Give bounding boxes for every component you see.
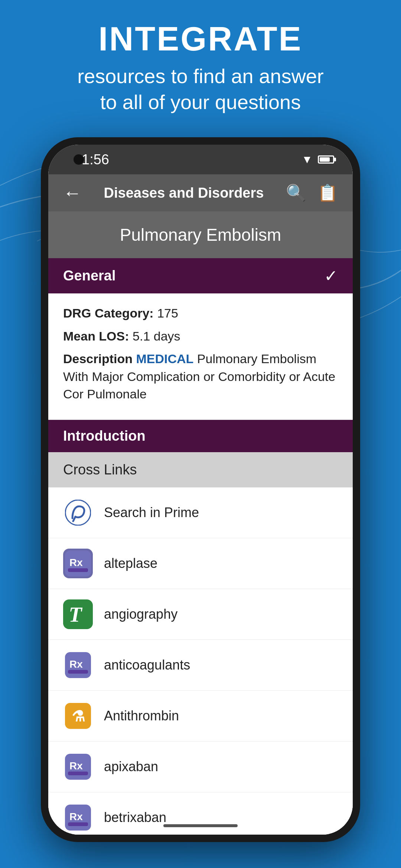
introduction-title: Introduction <box>63 428 146 444</box>
rx-icon-alteplase: Rx <box>63 549 93 578</box>
wifi-icon: ▼ <box>301 153 313 166</box>
status-bar: 1:56 ▼ <box>48 145 353 174</box>
svg-rect-3 <box>68 568 88 572</box>
mean-los-value: 5.1 days <box>133 329 180 343</box>
status-time: 1:56 <box>82 152 109 168</box>
camera-dot <box>74 154 84 165</box>
description-line: Description MEDICAL Pulmonary Embolism W… <box>63 350 338 403</box>
svg-text:Rx: Rx <box>69 658 83 670</box>
description-label: Description <box>63 352 136 366</box>
crosslinks-panel: Cross Links <box>48 452 353 487</box>
home-indicator <box>163 824 238 827</box>
svg-point-0 <box>65 500 91 525</box>
svg-rect-16 <box>68 822 88 826</box>
rx-icon-apixaban: Rx <box>63 752 93 782</box>
chevron-down-icon: ✓ <box>324 266 338 285</box>
drg-label: DRG Category: <box>63 306 154 320</box>
rx-icon-betrixaban: Rx <box>63 803 93 832</box>
crosslink-item-antithrombin[interactable]: ⚗ Antithrombin <box>48 691 353 742</box>
phone-screen: 1:56 ▼ ← Diseases and Disorders 🔍 📋 Pulm… <box>48 145 353 835</box>
description-medical: MEDICAL <box>136 352 193 366</box>
crosslink-item-betrixaban[interactable]: Rx betrixaban <box>48 792 353 835</box>
drg-value: 175 <box>157 306 178 320</box>
svg-rect-13 <box>68 772 88 775</box>
svg-text:Rx: Rx <box>69 760 83 772</box>
crosslinks-title: Cross Links <box>63 462 137 477</box>
introduction-section-header[interactable]: Introduction <box>48 420 353 452</box>
status-icons: ▼ <box>301 153 334 166</box>
crosslink-item-search-in-prime[interactable]: Search in Prime <box>48 487 353 538</box>
back-button[interactable]: ← <box>63 182 82 204</box>
header-subtitle: resources to find an answerto all of you… <box>22 63 379 115</box>
general-section-title: General <box>63 268 116 284</box>
search-icon[interactable]: 🔍 <box>286 183 306 203</box>
lab-icon-antithrombin: ⚗ <box>63 701 93 731</box>
page-title: Pulmonary Embolism <box>63 225 338 245</box>
crosslink-item-apixaban[interactable]: Rx apixaban <box>48 742 353 792</box>
crosslink-label-alteplase: alteplase <box>104 556 157 571</box>
crosslink-label-angiography: angiography <box>104 606 177 622</box>
svg-text:T: T <box>69 602 83 627</box>
general-content: DRG Category: 175 Mean LOS: 5.1 days Des… <box>48 293 353 420</box>
header-section: INTEGRATE resources to find an answerto … <box>0 22 401 115</box>
crosslink-item-anticoagulants[interactable]: Rx anticoagulants <box>48 640 353 691</box>
mean-los-line: Mean LOS: 5.1 days <box>63 328 338 345</box>
clipboard-icon[interactable]: 📋 <box>317 183 338 203</box>
crosslink-label-betrixaban: betrixaban <box>104 810 166 825</box>
general-section-header[interactable]: General ✓ <box>48 258 353 293</box>
prime-icon <box>63 498 93 527</box>
page-title-area: Pulmonary Embolism <box>48 211 353 258</box>
battery-icon <box>318 155 334 164</box>
crosslink-label-anticoagulants: anticoagulants <box>104 657 190 673</box>
svg-text:Rx: Rx <box>69 811 83 822</box>
drg-category-line: DRG Category: 175 <box>63 305 338 322</box>
svg-text:⚗: ⚗ <box>72 708 85 724</box>
svg-text:Rx: Rx <box>69 557 83 568</box>
header-title: INTEGRATE <box>22 22 379 56</box>
crosslink-item-angiography[interactable]: T angiography <box>48 589 353 640</box>
navbar-title: Diseases and Disorders <box>104 185 264 201</box>
crosslink-item-alteplase[interactable]: Rx alteplase <box>48 538 353 589</box>
crosslink-label-antithrombin: Antithrombin <box>104 708 179 724</box>
crosslink-label-apixaban: apixaban <box>104 759 158 775</box>
crosslink-label-search-in-prime: Search in Prime <box>104 505 199 520</box>
phone-frame: 1:56 ▼ ← Diseases and Disorders 🔍 📋 Pulm… <box>41 137 360 842</box>
green-t-icon-angiography: T <box>63 599 93 629</box>
app-navbar: ← Diseases and Disorders 🔍 📋 <box>48 174 353 211</box>
nav-action-icons: 🔍 📋 <box>286 183 338 203</box>
rx-icon-anticoagulants: Rx <box>63 650 93 680</box>
crosslinks-list: Search in Prime Rx alteplase <box>48 487 353 835</box>
mean-los-label: Mean LOS: <box>63 329 129 343</box>
svg-rect-8 <box>68 670 88 674</box>
